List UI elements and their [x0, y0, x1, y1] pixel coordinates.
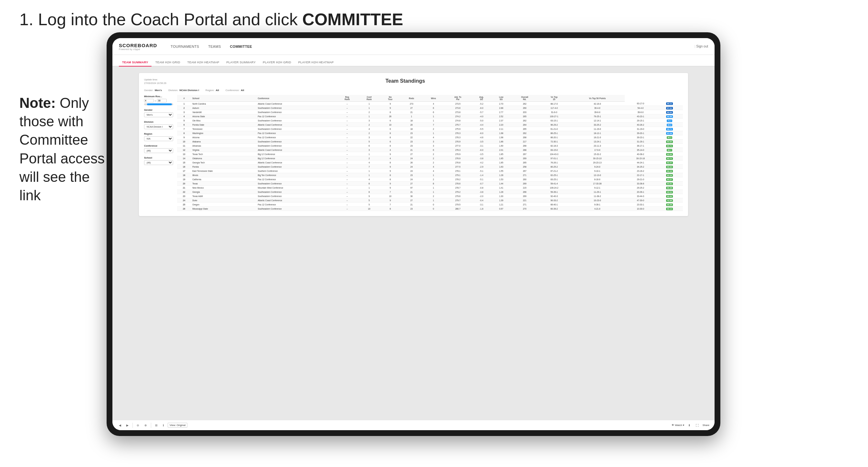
table-row: 15Georgia TechAtlantic Coast Conference–…: [177, 160, 683, 165]
region-select[interactable]: N/A All: [144, 136, 173, 141]
panel-header: Update time: 27/03/2024 16:56:26 Team St…: [144, 78, 683, 85]
scoreboard-logo: SCOREBOARD Powered by clippd: [119, 43, 157, 51]
col-overall-rd: OverallRd.: [511, 95, 538, 102]
tablet-screen: SCOREBOARD Powered by clippd TOURNAMENTS…: [113, 38, 715, 430]
division-filter-section: Division NCAA Division I NCAA Division I…: [144, 121, 173, 129]
table-row: 22GeorgiaSoutheastern Conference–8721127…: [177, 190, 683, 194]
sign-out-button[interactable]: Sign out: [694, 44, 708, 48]
tablet-device: SCOREBOARD Powered by clippd TOURNAMENTS…: [106, 32, 720, 436]
toolbar-grid[interactable]: ⊞: [154, 423, 159, 428]
sub-nav-team-summary[interactable]: TEAM SUMMARY: [119, 58, 152, 66]
table-header-row: # School Conference RegRank ConfRank NoT…: [177, 95, 683, 102]
table-row: 25OregonPac-12 Conference–57210279.5-3.1…: [177, 203, 683, 207]
toolbar-download[interactable]: ⬇: [687, 423, 692, 428]
nav-committee[interactable]: COMMITTEE: [226, 43, 256, 51]
toolbar-separator-2: [151, 423, 151, 428]
table-row: 17East Tennessee StateSouthern Conferenc…: [177, 169, 683, 173]
toolbar-right: 👁 Watch ▾ ⬇ ⛶ Share: [672, 423, 709, 428]
col-conference: Conference: [256, 95, 336, 102]
sub-nav-team-h2h-heatmap[interactable]: TEAM H2H HEATMAP: [184, 58, 223, 66]
division-select[interactable]: NCAA Division I NCAA Division II NCAA Di…: [144, 124, 173, 129]
col-vs-top-25: Vs Top25: [538, 95, 570, 102]
table-row: 14OklahomaBig 12 Conference–24242276.9-3…: [177, 156, 683, 160]
toolbar-info[interactable]: ℹ: [161, 423, 165, 428]
col-low-sg: LowSG: [492, 95, 511, 102]
update-time: Update time: 27/03/2024 16:56:26: [144, 78, 166, 85]
table-row: 10AlabamaSoutheastern Conference–5623327…: [177, 139, 683, 144]
min-rounds-range: –: [144, 99, 173, 102]
bottom-toolbar: ◀ ▶ ⊖ ⊕ ⊞ ℹ View: Original 👁 Watch ▾ ⬇ ⛶…: [113, 420, 715, 430]
gender-filter-display: Gender: Men's: [144, 89, 162, 92]
standings-panel: Update time: 27/03/2024 16:56:26 Team St…: [139, 73, 688, 216]
toolbar-watch[interactable]: 👁 Watch ▾: [672, 424, 684, 427]
toolbar-separator-1: [132, 423, 133, 428]
table-row: 23Texas A&MSoutheastern Conference–91030…: [177, 194, 683, 198]
table-row: 7TennesseeSoutheastern Conference–461822…: [177, 127, 683, 131]
min-rounds-filter: Minimum Rou... –: [144, 95, 173, 105]
logo-title: SCOREBOARD: [119, 43, 157, 48]
table-row: 18IllinoisBig Ten Conference–18231279.1-…: [177, 173, 683, 177]
table-row: 20TexasSoutheastern Conference–89278278.…: [177, 182, 683, 186]
table-row: 16FloridaSoutheastern Conference–7924427…: [177, 165, 683, 169]
toolbar-view-original[interactable]: View: Original: [168, 423, 187, 428]
table-row: 12VirginiaAtlantic Coast Conference–3421…: [177, 148, 683, 152]
content-with-sidebar: Minimum Rou... – Gender: [144, 95, 683, 211]
sub-nav-player-summary[interactable]: PLAYER SUMMARY: [223, 58, 259, 66]
table-row: 6Florida StateAtlantic Coast Conference–…: [177, 123, 683, 127]
toolbar-share[interactable]: Share: [703, 424, 709, 427]
table-row: 3VanderbiltSoutheastern Conference–28216…: [177, 110, 683, 114]
school-filter-section: School (All): [144, 156, 173, 165]
nav-items: TOURNAMENTS TEAMS COMMITTEE: [167, 43, 256, 51]
main-content: Update time: 27/03/2024 16:56:26 Team St…: [113, 66, 715, 420]
note-text: Note: Only those with Committee Portal a…: [20, 94, 110, 205]
conference-select[interactable]: (All) ACC SEC Big 12 Pac-12: [144, 148, 173, 153]
school-select[interactable]: (All): [144, 160, 173, 165]
sub-nav-player-h2h-heatmap[interactable]: PLAYER H2H HEATMAP: [295, 58, 337, 66]
division-filter-display: Division: NCAA Division I: [168, 89, 199, 92]
col-rank: #: [177, 95, 191, 102]
nav-tournaments[interactable]: TOURNAMENTS: [167, 43, 203, 51]
col-adj-to-par: Adj. ToPar: [444, 95, 471, 102]
table-row: 1North CarolinaAtlantic Coast Conference…: [177, 102, 683, 106]
min-rounds-from[interactable]: [144, 99, 154, 102]
logo-subtitle: Powered by clippd: [119, 48, 157, 51]
standings-table-container: # School Conference RegRank ConfRank NoT…: [177, 95, 683, 211]
step-instruction: 1. Log into the Coach Portal and click C…: [20, 10, 403, 29]
table-row: 9ArizonaPac-12 Conference–38224276.3-4.6…: [177, 135, 683, 139]
col-vs-top-50-points: Vs Top 50 Points: [570, 95, 625, 102]
col-reg-rank: RegRank: [336, 95, 358, 102]
toolbar-zoom-in[interactable]: ⊕: [143, 423, 148, 428]
col-school: School: [191, 95, 256, 102]
filter-row: Gender: Men's Division: NCAA Division I …: [144, 89, 683, 92]
sub-nav-player-h2h-grid[interactable]: PLAYER H2H GRID: [259, 58, 294, 66]
sub-nav-team-h2h-grid[interactable]: TEAM H2H GRID: [152, 58, 184, 66]
filters-sidebar: Minimum Rou... – Gender: [144, 95, 173, 211]
gender-filter-section: Gender Men's Women's: [144, 108, 173, 117]
table-row: 8WashingtonPac-12 Conference–28231276.3-…: [177, 131, 683, 135]
min-rounds-to[interactable]: [157, 99, 167, 102]
toolbar-back[interactable]: ◀: [118, 423, 122, 428]
col-conf-rank: ConfRank: [358, 95, 380, 102]
region-filter-display: Region: All: [206, 89, 219, 92]
table-row: 4Arizona StatePac-12 Conference–12611274…: [177, 114, 683, 119]
standings-table: # School Conference RegRank ConfRank NoT…: [177, 95, 683, 211]
toolbar-expand[interactable]: ⛶: [694, 423, 700, 428]
table-row: 26Mississippi StateSoutheastern Conferen…: [177, 207, 683, 211]
conference-filter-section: Conference (All) ACC SEC Big 12 Pac-12: [144, 144, 173, 153]
sub-nav: TEAM SUMMARY TEAM H2H GRID TEAM H2H HEAT…: [113, 55, 715, 66]
toolbar-forward[interactable]: ▶: [125, 423, 130, 428]
col-wins: Wins: [423, 95, 444, 102]
col-rnds: Rnds: [400, 95, 423, 102]
nav-teams[interactable]: TEAMS: [204, 43, 224, 51]
table-row: 21New MexicoMountain West Conference–199…: [177, 186, 683, 190]
table-row: 11ArkansasSoutheastern Conference–682332…: [177, 144, 683, 148]
table-row: 5Ole MissSoutheastern Conference–3618127…: [177, 119, 683, 123]
panel-title: Team Standings: [166, 78, 644, 84]
conference-filter-display: Conference: All: [225, 89, 244, 92]
table-row: 2AuburnSoutheastern Conference–19276273.…: [177, 106, 683, 110]
gender-select[interactable]: Men's Women's: [144, 113, 173, 117]
col-avg-sg: Avg.SG: [471, 95, 491, 102]
table-row: 24DukeAtlantic Coast Conference–59271279…: [177, 198, 683, 203]
region-filter-section: Region N/A All: [144, 132, 173, 141]
toolbar-zoom-out[interactable]: ⊖: [135, 423, 141, 428]
